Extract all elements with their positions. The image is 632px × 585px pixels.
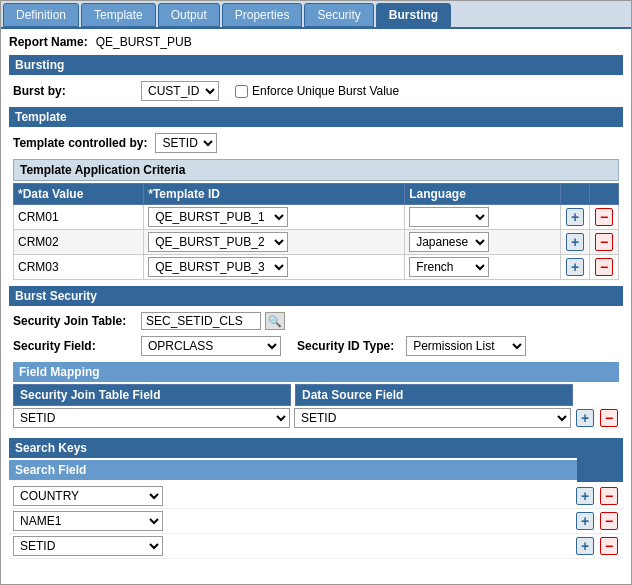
criteria-row2-language: Japanese — [405, 230, 561, 255]
criteria-row2-add-button[interactable]: + — [566, 233, 584, 251]
criteria-row3-add-cell: + — [561, 255, 590, 280]
burst-by-row: Burst by: CUST_ID Enforce Unique Burst V… — [9, 81, 623, 101]
search-keys-col-headers: Search Field — [9, 458, 623, 482]
report-name-value: QE_BURST_PUB — [96, 35, 192, 49]
criteria-row2-data-value: CRM02 — [14, 230, 144, 255]
criteria-row3-add-button[interactable]: + — [566, 258, 584, 276]
burst-by-select[interactable]: CUST_ID — [141, 81, 219, 101]
field-mapping-col2-header: Data Source Field — [295, 384, 573, 406]
criteria-row2-remove-button[interactable]: − — [595, 233, 613, 251]
search-key-row-3: SETID + − — [9, 534, 623, 559]
template-controlled-row: Template controlled by: SETID — [9, 133, 623, 153]
enforce-row: Enforce Unique Burst Value — [235, 84, 399, 98]
security-join-row: Security Join Table: 🔍 — [9, 312, 623, 330]
field-mapping-remove-button[interactable]: − — [600, 409, 618, 427]
criteria-col-remove — [590, 184, 619, 205]
report-name-row: Report Name: QE_BURST_PUB — [9, 35, 623, 49]
criteria-row1-add-cell: + — [561, 205, 590, 230]
security-id-type-label: Security ID Type: — [297, 339, 394, 353]
search-key-2-add-button[interactable]: + — [576, 512, 594, 530]
table-row: CRM03 QE_BURST_PUB_3 French + — [14, 255, 619, 280]
security-field-row: Security Field: OPRCLASS Security ID Typ… — [9, 336, 623, 356]
tab-output[interactable]: Output — [158, 3, 220, 27]
field-mapping-col1-select[interactable]: SETID — [13, 408, 290, 428]
criteria-row1-template-id: QE_BURST_PUB_1 — [144, 205, 405, 230]
burst-security-header: Burst Security — [9, 286, 623, 306]
criteria-row3-template-select[interactable]: QE_BURST_PUB_3 — [148, 257, 288, 277]
tab-definition[interactable]: Definition — [3, 3, 79, 27]
criteria-row1-remove-button[interactable]: − — [595, 208, 613, 226]
security-id-type-select[interactable]: Permission List — [406, 336, 526, 356]
tab-properties[interactable]: Properties — [222, 3, 303, 27]
bursting-section-header: Bursting — [9, 55, 623, 75]
tab-bursting[interactable]: Bursting — [376, 3, 451, 27]
criteria-row3-remove-cell: − — [590, 255, 619, 280]
field-mapping-row: SETID SETID + − — [9, 406, 623, 430]
criteria-row1-remove-cell: − — [590, 205, 619, 230]
field-mapping-cols: Security Join Table Field Data Source Fi… — [9, 384, 623, 406]
search-key-3-select[interactable]: SETID — [13, 536, 163, 556]
criteria-row1-template-select[interactable]: QE_BURST_PUB_1 — [148, 207, 288, 227]
criteria-col-language: Language — [405, 184, 561, 205]
page: Definition Template Output Properties Se… — [0, 0, 632, 585]
criteria-section-header: Template Application Criteria — [13, 159, 619, 181]
search-key-3-add-button[interactable]: + — [576, 537, 594, 555]
field-mapping-add-button[interactable]: + — [576, 409, 594, 427]
criteria-row2-template-select[interactable]: QE_BURST_PUB_2 — [148, 232, 288, 252]
report-name-label: Report Name: — [9, 35, 88, 49]
criteria-row2-template-id: QE_BURST_PUB_2 — [144, 230, 405, 255]
criteria-row3-remove-button[interactable]: − — [595, 258, 613, 276]
security-join-search-icon[interactable]: 🔍 — [265, 312, 285, 330]
burst-by-label: Burst by: — [13, 84, 133, 98]
tab-template[interactable]: Template — [81, 3, 156, 27]
tab-security[interactable]: Security — [304, 3, 373, 27]
search-key-1-remove-button[interactable]: − — [600, 487, 618, 505]
criteria-row1-data-value: CRM01 — [14, 205, 144, 230]
criteria-col-data-value: *Data Value — [14, 184, 144, 205]
criteria-row2-add-cell: + — [561, 230, 590, 255]
search-key-row-2: NAME1 + − — [9, 509, 623, 534]
security-field-select[interactable]: OPRCLASS — [141, 336, 281, 356]
template-controlled-select[interactable]: SETID — [155, 133, 217, 153]
search-key-2-select[interactable]: NAME1 — [13, 511, 163, 531]
criteria-col-add — [561, 184, 590, 205]
enforce-checkbox[interactable] — [235, 85, 248, 98]
field-mapping-col2-select[interactable]: SETID — [294, 408, 571, 428]
template-section-header: Template — [9, 107, 623, 127]
criteria-row3-data-value: CRM03 — [14, 255, 144, 280]
table-row: CRM01 QE_BURST_PUB_1 + — [14, 205, 619, 230]
search-field-header: Search Field — [9, 460, 577, 480]
criteria-table: *Data Value *Template ID Language CRM01 … — [13, 183, 619, 280]
main-content: Report Name: QE_BURST_PUB Bursting Burst… — [1, 29, 631, 565]
field-mapping-header: Field Mapping — [13, 362, 619, 382]
search-key-row-1: COUNTRY + − — [9, 484, 623, 509]
table-row: CRM02 QE_BURST_PUB_2 Japanese + — [14, 230, 619, 255]
criteria-row3-template-id: QE_BURST_PUB_3 — [144, 255, 405, 280]
security-join-input[interactable] — [141, 312, 261, 330]
security-field-label: Security Field: — [13, 339, 133, 353]
field-mapping-col1-header: Security Join Table Field — [13, 384, 291, 406]
criteria-row2-remove-cell: − — [590, 230, 619, 255]
search-key-1-add-button[interactable]: + — [576, 487, 594, 505]
search-key-1-select[interactable]: COUNTRY — [13, 486, 163, 506]
criteria-row1-add-button[interactable]: + — [566, 208, 584, 226]
security-join-label: Security Join Table: — [13, 314, 133, 328]
search-key-3-remove-button[interactable]: − — [600, 537, 618, 555]
criteria-row2-language-select[interactable]: Japanese — [409, 232, 489, 252]
criteria-col-template-id: *Template ID — [144, 184, 405, 205]
enforce-label: Enforce Unique Burst Value — [252, 84, 399, 98]
criteria-row1-language — [405, 205, 561, 230]
criteria-row1-language-select[interactable] — [409, 207, 489, 227]
search-key-2-remove-button[interactable]: − — [600, 512, 618, 530]
criteria-row3-language-select[interactable]: French — [409, 257, 489, 277]
tab-bar: Definition Template Output Properties Se… — [1, 1, 631, 29]
template-controlled-label: Template controlled by: — [13, 136, 147, 150]
criteria-row3-language: French — [405, 255, 561, 280]
search-keys-header: Search Keys — [9, 438, 623, 458]
